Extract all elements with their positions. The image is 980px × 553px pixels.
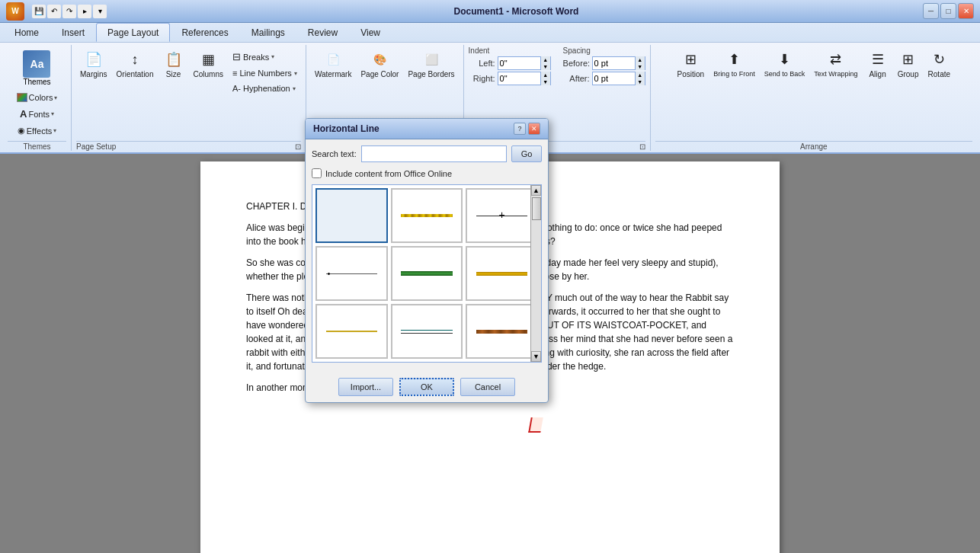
gallery-item-7[interactable]	[315, 304, 388, 359]
import-button[interactable]: Import...	[338, 378, 393, 396]
gallery-item-8[interactable]	[391, 304, 463, 359]
gallery-scrollbar: ▲ ▼	[530, 185, 541, 362]
line-gallery[interactable]: + •	[312, 184, 542, 363]
dialog-title-bar: Horizontal Line ? ✕	[306, 119, 548, 139]
scroll-down-arrow[interactable]: ▼	[531, 351, 541, 362]
gallery-item-9[interactable]	[466, 304, 538, 359]
gallery-inner: + •	[312, 185, 541, 362]
search-label: Search text:	[312, 149, 357, 158]
dialog-help-button[interactable]: ?	[514, 123, 526, 135]
gallery-item-4[interactable]: •	[315, 246, 388, 301]
include-online-checkbox[interactable]	[312, 168, 322, 178]
search-input[interactable]	[361, 145, 507, 162]
go-button[interactable]: Go	[511, 145, 542, 162]
gallery-item-1[interactable]	[315, 188, 388, 243]
dialog-footer: Import... OK Cancel	[306, 375, 548, 402]
gallery-item-3[interactable]: +	[466, 188, 538, 243]
scroll-thumb[interactable]	[532, 197, 541, 220]
gallery-item-6[interactable]	[466, 246, 538, 301]
dialog-title-text: Horizontal Line	[313, 123, 380, 134]
include-online-label: Include content from Office Online	[325, 169, 452, 178]
scroll-track	[531, 196, 541, 351]
ok-button[interactable]: OK	[399, 378, 454, 396]
gallery-item-2[interactable]	[391, 188, 463, 243]
scroll-up-arrow[interactable]: ▲	[531, 185, 541, 196]
search-row: Search text: Go	[312, 145, 542, 162]
cancel-button[interactable]: Cancel	[460, 378, 515, 396]
dialog-body: Search text: Go Include content from Off…	[306, 139, 548, 375]
horizontal-line-dialog: Horizontal Line ? ✕ Search text: Go Incl…	[305, 118, 549, 403]
dialog-title-controls: ? ✕	[514, 123, 540, 135]
dialog-overlay: Horizontal Line ? ✕ Search text: Go Incl…	[0, 0, 980, 553]
include-online-row: Include content from Office Online	[312, 168, 542, 178]
gallery-item-5[interactable]	[391, 246, 463, 301]
dialog-close-button[interactable]: ✕	[528, 123, 540, 135]
mouse-cursor	[530, 417, 542, 433]
